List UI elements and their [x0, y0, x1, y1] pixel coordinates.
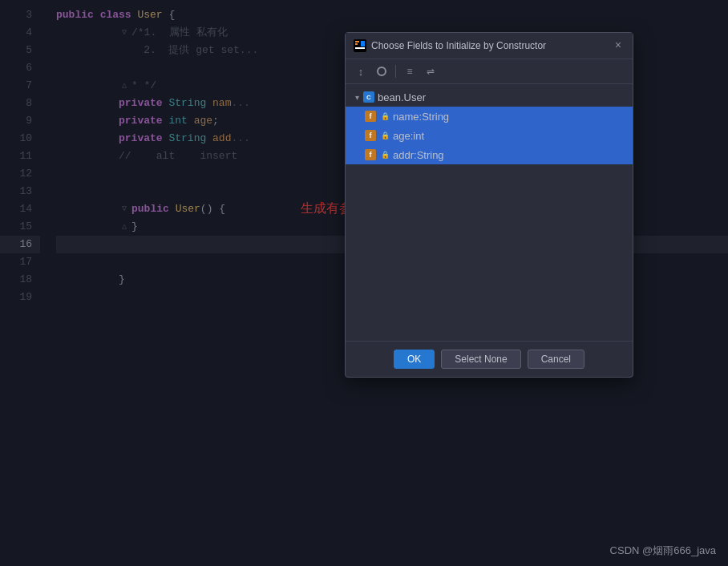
sort-icon: ↕	[358, 66, 364, 78]
intellij-icon	[354, 39, 366, 52]
cancel-button[interactable]: Cancel	[528, 350, 584, 369]
expand-icon: ≡	[406, 66, 412, 77]
dialog-footer: OK Select None Cancel	[346, 341, 633, 377]
dialog-choose-fields: Choose Fields to Initialize by Construct…	[345, 32, 633, 378]
tree-item-addr-label: addr:String	[393, 149, 444, 161]
lock-icon-age: 🔒	[381, 131, 390, 139]
lock-icon-addr: 🔒	[381, 151, 390, 159]
select-none-button[interactable]: Select None	[441, 350, 520, 369]
svg-text:C: C	[366, 94, 371, 101]
lock-icon-name: 🔒	[381, 112, 390, 120]
collapse-icon: ⇌	[427, 66, 435, 77]
tree-item-name-label: name:String	[393, 111, 449, 123]
dialog-titlebar: Choose Fields to Initialize by Construct…	[346, 33, 633, 59]
field-icon-name: f	[365, 111, 376, 122]
tree-item-addr[interactable]: f 🔒 addr:String	[346, 145, 633, 164]
expand-all-button[interactable]: ≡	[401, 63, 419, 80]
sort-button[interactable]: ↕	[352, 63, 370, 80]
class-icon: C	[363, 91, 374, 103]
tree-root-label: bean.User	[378, 91, 426, 103]
collapse-all-button[interactable]: ⇌	[422, 63, 439, 80]
tree-root-item[interactable]: ▾ C bean.User	[346, 87, 633, 107]
svg-rect-3	[355, 47, 365, 49]
tree-item-age[interactable]: f 🔒 age:int	[346, 126, 633, 145]
field-icon-age: f	[365, 130, 376, 141]
tree-item-age-label: age:int	[393, 130, 424, 142]
watermark: CSDN @烟雨666_java	[610, 544, 716, 558]
tree-arrow-icon: ▾	[352, 92, 362, 102]
svg-rect-4	[361, 41, 365, 46]
svg-rect-2	[355, 43, 358, 45]
toolbar-separator	[395, 65, 396, 78]
dialog-tree: ▾ C bean.User f 🔒 name:String f 🔒 age:in…	[346, 84, 633, 341]
field-icon-addr: f	[365, 149, 376, 160]
tree-item-name[interactable]: f 🔒 name:String	[346, 107, 633, 126]
dialog-title-left: Choose Fields to Initialize by Construct…	[354, 39, 546, 52]
dialog-toolbar: ↕ ≡ ⇌	[346, 59, 633, 84]
svg-rect-1	[355, 41, 359, 42]
dialog-close-button[interactable]: ×	[612, 39, 625, 52]
toggle-button[interactable]	[373, 63, 390, 80]
circle-icon	[377, 67, 386, 76]
ok-button[interactable]: OK	[394, 350, 435, 369]
dialog-title-text: Choose Fields to Initialize by Construct…	[371, 40, 546, 51]
